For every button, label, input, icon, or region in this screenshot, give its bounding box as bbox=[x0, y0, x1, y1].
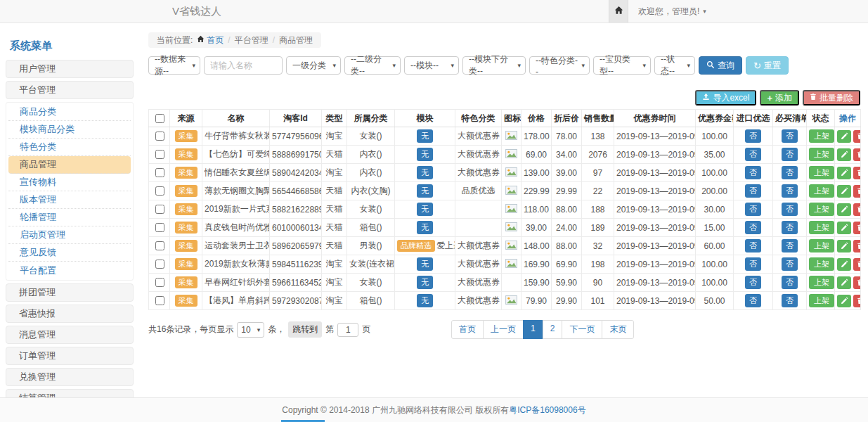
edit-button[interactable] bbox=[837, 240, 851, 252]
filter-select-3[interactable]: --模块下分类--▾ bbox=[462, 56, 526, 75]
sidebar-item-0[interactable]: 用户管理 bbox=[6, 60, 134, 78]
row-checkbox[interactable] bbox=[155, 150, 164, 159]
page-button-0[interactable]: 首页 bbox=[451, 320, 484, 339]
name-search-input[interactable] bbox=[204, 56, 283, 75]
edit-button[interactable] bbox=[837, 130, 851, 143]
edit-button[interactable] bbox=[837, 276, 851, 289]
row-checkbox[interactable] bbox=[155, 186, 164, 196]
sidebar-item-14[interactable]: 消息管理 bbox=[6, 326, 134, 344]
sidebar-item-3[interactable]: 模块商品分类 bbox=[8, 121, 131, 139]
edit-button[interactable] bbox=[837, 167, 851, 179]
status-toggle[interactable]: 上架 bbox=[809, 184, 834, 198]
must-buy-toggle[interactable]: 否 bbox=[782, 184, 798, 198]
status-toggle[interactable]: 上架 bbox=[809, 203, 834, 216]
page-button-1[interactable]: 上一页 bbox=[483, 320, 524, 339]
delete-button[interactable] bbox=[853, 203, 861, 216]
import-select-toggle[interactable]: 否 bbox=[745, 221, 761, 234]
status-toggle[interactable]: 上架 bbox=[809, 129, 834, 143]
status-toggle[interactable]: 上架 bbox=[809, 294, 834, 307]
per-page-select[interactable]: 10 ▾ bbox=[237, 322, 264, 338]
sidebar-item-10[interactable]: 意见反馈 bbox=[8, 244, 131, 262]
sidebar-item-12[interactable]: 拼团管理 bbox=[6, 283, 134, 302]
row-checkbox[interactable] bbox=[155, 296, 164, 305]
filter-select-6[interactable]: --状态--▾ bbox=[654, 56, 695, 75]
delete-button[interactable] bbox=[853, 148, 861, 161]
filter-select-0[interactable]: 一级分类▾ bbox=[286, 56, 341, 75]
icp-link[interactable]: 粤ICP备16098006号 bbox=[509, 404, 585, 416]
user-menu[interactable]: 欢迎您，管理员! ▾ bbox=[638, 6, 706, 18]
delete-button[interactable] bbox=[853, 130, 861, 143]
search-button[interactable]: 查询 bbox=[699, 56, 742, 75]
sidebar-item-7[interactable]: 版本管理 bbox=[8, 191, 131, 209]
delete-button[interactable] bbox=[853, 167, 861, 179]
sidebar-item-6[interactable]: 宣传物料 bbox=[8, 174, 131, 191]
sidebar-item-11[interactable]: 平台配置 bbox=[8, 262, 131, 279]
status-toggle[interactable]: 上架 bbox=[809, 276, 834, 289]
select-all-checkbox[interactable] bbox=[155, 114, 164, 123]
edit-button[interactable] bbox=[837, 185, 851, 198]
page-button-5[interactable]: 末页 bbox=[602, 320, 634, 339]
import-select-toggle[interactable]: 否 bbox=[745, 129, 761, 143]
edit-button[interactable] bbox=[837, 258, 851, 271]
delete-button[interactable] bbox=[853, 276, 861, 289]
row-checkbox[interactable] bbox=[155, 260, 164, 269]
status-toggle[interactable]: 上架 bbox=[809, 239, 834, 252]
sidebar-item-9[interactable]: 启动页管理 bbox=[8, 226, 131, 244]
must-buy-toggle[interactable]: 否 bbox=[782, 129, 798, 143]
batch-delete-button[interactable]: 批量删除 bbox=[803, 90, 860, 106]
import-select-toggle[interactable]: 否 bbox=[745, 257, 761, 271]
page-button-4[interactable]: 下一页 bbox=[562, 320, 602, 339]
reset-button[interactable]: ↻ 重置 bbox=[746, 56, 789, 75]
delete-button[interactable] bbox=[853, 185, 861, 198]
import-select-toggle[interactable]: 否 bbox=[745, 294, 761, 307]
sidebar-item-16[interactable]: 兑换管理 bbox=[6, 368, 134, 386]
filter-select-5[interactable]: --宝贝类型--▾ bbox=[593, 56, 651, 75]
row-checkbox[interactable] bbox=[155, 205, 164, 214]
delete-button[interactable] bbox=[853, 295, 861, 307]
row-checkbox[interactable] bbox=[155, 241, 164, 250]
home-button[interactable] bbox=[609, 0, 628, 23]
edit-button[interactable] bbox=[837, 203, 851, 216]
import-select-toggle[interactable]: 否 bbox=[745, 203, 761, 216]
breadcrumb-home-link[interactable]: 首页 bbox=[197, 34, 224, 46]
page-button-2[interactable]: 1 bbox=[523, 320, 543, 339]
status-toggle[interactable]: 上架 bbox=[809, 166, 834, 179]
must-buy-toggle[interactable]: 否 bbox=[782, 221, 798, 234]
filter-select-4[interactable]: --特色分类--▾ bbox=[529, 56, 590, 75]
row-checkbox[interactable] bbox=[155, 132, 164, 141]
edit-button[interactable] bbox=[837, 295, 851, 307]
sidebar-item-4[interactable]: 特色分类 bbox=[8, 139, 131, 156]
filter-select-1[interactable]: --二级分类--▾ bbox=[344, 56, 401, 75]
import-select-toggle[interactable]: 否 bbox=[745, 166, 761, 179]
row-checkbox[interactable] bbox=[155, 223, 164, 232]
sidebar-item-8[interactable]: 轮播管理 bbox=[8, 209, 131, 226]
sidebar-item-2[interactable]: 商品分类 bbox=[8, 103, 131, 121]
jump-button[interactable]: 跳转到 bbox=[288, 321, 322, 338]
import-select-toggle[interactable]: 否 bbox=[745, 239, 761, 252]
edit-button[interactable] bbox=[837, 222, 851, 234]
must-buy-toggle[interactable]: 否 bbox=[782, 239, 798, 252]
filter-select-2[interactable]: --模块--▾ bbox=[404, 56, 459, 75]
status-toggle[interactable]: 上架 bbox=[809, 221, 834, 234]
sidebar-item-15[interactable]: 订单管理 bbox=[6, 347, 134, 365]
delete-button[interactable] bbox=[853, 240, 861, 252]
add-button[interactable]: + 添加 bbox=[760, 90, 799, 106]
sidebar-item-1[interactable]: 平台管理 bbox=[6, 81, 134, 99]
page-button-3[interactable]: 2 bbox=[543, 320, 563, 339]
row-checkbox[interactable] bbox=[155, 278, 164, 287]
must-buy-toggle[interactable]: 否 bbox=[782, 257, 798, 271]
row-checkbox[interactable] bbox=[155, 168, 164, 177]
must-buy-toggle[interactable]: 否 bbox=[782, 203, 798, 216]
must-buy-toggle[interactable]: 否 bbox=[782, 294, 798, 307]
edit-button[interactable] bbox=[837, 148, 851, 161]
import-select-toggle[interactable]: 否 bbox=[745, 184, 761, 198]
must-buy-toggle[interactable]: 否 bbox=[782, 166, 798, 179]
import-excel-button[interactable]: 导入excel bbox=[695, 90, 756, 106]
must-buy-toggle[interactable]: 否 bbox=[782, 148, 798, 161]
jump-page-input[interactable] bbox=[337, 323, 358, 337]
must-buy-toggle[interactable]: 否 bbox=[782, 276, 798, 289]
sidebar-item-5[interactable]: 商品管理 bbox=[8, 156, 131, 174]
import-select-toggle[interactable]: 否 bbox=[745, 276, 761, 289]
data-source-select[interactable]: --数据来源--▾ bbox=[148, 56, 200, 75]
sidebar-item-13[interactable]: 省惠快报 bbox=[6, 305, 134, 323]
